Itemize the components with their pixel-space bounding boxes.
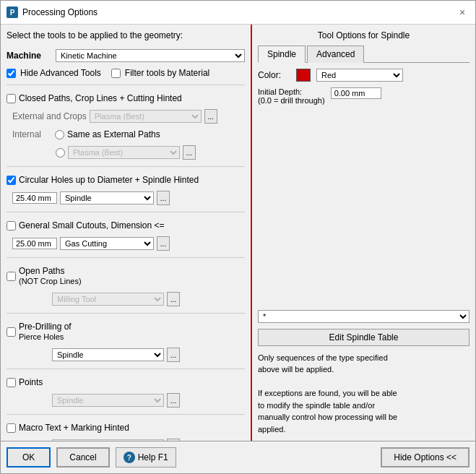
macro-text-checkbox[interactable] xyxy=(7,423,16,433)
pre-drilling-section: Pre-Drilling ofPierce Holes xyxy=(7,322,245,342)
machine-row: Machine Kinetic Machine xyxy=(7,49,245,62)
circular-holes-label: Circular Holes up to Diameter + Spindle … xyxy=(19,175,199,185)
external-crops-row: External and Crops Plasma (Best) ... xyxy=(12,109,245,124)
divider7 xyxy=(7,414,245,415)
divider2 xyxy=(7,166,245,167)
external-label: External and Crops xyxy=(12,111,87,121)
circular-size-input[interactable] xyxy=(12,192,57,204)
macro-text-section: Macro Text + Marking Hinted xyxy=(7,423,245,433)
right-panel-title: Tool Options for Spindle xyxy=(258,30,469,40)
pre-drilling-select[interactable]: Spindle xyxy=(52,348,164,361)
tab-advanced[interactable]: Advanced xyxy=(307,46,364,63)
general-small-row: Gas Cutting ... xyxy=(12,236,245,251)
pre-drilling-dots[interactable]: ... xyxy=(167,348,180,362)
internal-radio1[interactable] xyxy=(55,130,64,139)
open-paths-row: Milling Tool ... xyxy=(12,292,245,306)
points-section: Points xyxy=(7,377,245,387)
main-content: Select the tools to be applied to the ge… xyxy=(1,25,475,441)
left-panel: Select the tools to be applied to the ge… xyxy=(1,25,252,441)
macro-text-select[interactable]: Marking Nitrogen xyxy=(52,439,164,441)
points-row: Spindle ... xyxy=(12,393,245,408)
depth-input[interactable] xyxy=(331,87,381,99)
closed-paths-label: Closed Paths, Crop Lines + Cutting Hinte… xyxy=(19,93,182,103)
points-label: Points xyxy=(19,377,43,387)
internal-radio2-row: Plasma (Best) ... xyxy=(56,145,245,160)
circular-holes-section: Circular Holes up to Diameter + Spindle … xyxy=(7,175,245,185)
internal-dots[interactable]: ... xyxy=(183,145,196,160)
depth-row: Initial Depth: (0.0 = drill through) xyxy=(258,87,469,105)
general-small-section: General Small Cutouts, Dimension <= xyxy=(7,220,245,230)
external-crops-select[interactable]: Plasma (Best) xyxy=(90,110,202,123)
right-panel: Tool Options for Spindle Spindle Advance… xyxy=(252,25,475,441)
open-paths-select[interactable]: Milling Tool xyxy=(52,293,164,306)
internal-radio1-row: Internal Same as External Paths xyxy=(12,129,245,139)
depth-label: Initial Depth: (0.0 = drill through) xyxy=(258,87,325,105)
info-text: Only sequences of the type specified abo… xyxy=(258,352,469,436)
pre-drilling-row: Spindle ... xyxy=(12,348,245,362)
title-bar-left: P Processing Options xyxy=(7,7,98,18)
machine-select[interactable]: Kinetic Machine xyxy=(56,49,245,62)
sequence-row: * xyxy=(258,310,469,323)
color-swatch xyxy=(296,69,311,82)
divider4 xyxy=(7,257,245,258)
closed-paths-checkbox[interactable] xyxy=(7,94,16,103)
help-button[interactable]: ? Help F1 xyxy=(116,447,176,467)
closed-paths-section: Closed Paths, Crop Lines + Cutting Hinte… xyxy=(7,93,245,103)
pre-drilling-label: Pre-Drilling ofPierce Holes xyxy=(19,322,72,342)
open-paths-dots[interactable]: ... xyxy=(167,292,180,306)
circular-holes-checkbox[interactable] xyxy=(7,176,16,185)
hide-advanced-label: Hide Advanced Tools xyxy=(20,68,101,78)
help-label: Help F1 xyxy=(138,452,168,462)
points-select[interactable]: Spindle xyxy=(52,394,164,407)
external-crops-dots[interactable]: ... xyxy=(204,109,217,124)
circular-dots[interactable]: ... xyxy=(157,191,170,205)
hide-advanced-checkbox[interactable] xyxy=(7,69,16,78)
title-bar: P Processing Options × xyxy=(1,1,475,25)
circular-holes-row: Spindle ... xyxy=(12,191,245,205)
filter-material-label: Filter tools by Material xyxy=(125,68,209,78)
color-label: Color: xyxy=(258,70,290,80)
macro-text-label: Macro Text + Marking Hinted xyxy=(19,423,129,433)
general-dots[interactable]: ... xyxy=(157,236,170,251)
points-dots[interactable]: ... xyxy=(167,393,180,408)
open-paths-label: Open Paths(NOT Crop Lines) xyxy=(19,266,82,286)
sequence-select[interactable]: * xyxy=(258,310,469,323)
internal-radio2[interactable] xyxy=(56,148,65,158)
cancel-button[interactable]: Cancel xyxy=(56,447,109,467)
color-select[interactable]: Red xyxy=(316,69,403,82)
filter-material-checkbox[interactable] xyxy=(111,69,121,78)
hide-advanced-row: Hide Advanced Tools Filter tools by Mate… xyxy=(7,68,245,78)
window-title: Processing Options xyxy=(22,7,98,17)
general-small-checkbox[interactable] xyxy=(7,221,16,230)
tabs: Spindle Advanced xyxy=(258,45,469,63)
points-checkbox[interactable] xyxy=(7,378,16,387)
main-window: P Processing Options × Select the tools … xyxy=(0,0,476,474)
pre-drilling-checkbox[interactable] xyxy=(7,327,16,337)
internal-radio1-label: Same as External Paths xyxy=(67,129,160,139)
general-size-input[interactable] xyxy=(12,238,57,249)
divider3 xyxy=(7,212,245,212)
divider1 xyxy=(7,85,245,85)
tab-spindle[interactable]: Spindle xyxy=(258,46,306,63)
footer: OK Cancel ? Help F1 Hide Options << xyxy=(1,441,475,473)
ok-button[interactable]: OK xyxy=(7,447,51,467)
machine-label: Machine xyxy=(7,51,50,61)
help-icon: ? xyxy=(124,452,135,463)
general-tool-select[interactable]: Gas Cutting xyxy=(60,237,154,250)
divider6 xyxy=(7,369,245,369)
close-button[interactable]: × xyxy=(455,5,469,20)
divider5 xyxy=(7,313,245,314)
circular-tool-select[interactable]: Spindle xyxy=(60,191,154,204)
hide-options-button[interactable]: Hide Options << xyxy=(381,447,469,467)
open-paths-section: Open Paths(NOT Crop Lines) xyxy=(7,266,245,286)
color-row: Color: Red xyxy=(258,69,469,82)
internal-label: Internal xyxy=(12,129,52,139)
general-small-label: General Small Cutouts, Dimension <= xyxy=(19,220,164,230)
open-paths-checkbox[interactable] xyxy=(7,272,16,281)
instruction-text: Select the tools to be applied to the ge… xyxy=(7,30,245,40)
app-icon: P xyxy=(7,7,18,18)
internal-select[interactable]: Plasma (Best) xyxy=(68,146,180,159)
edit-spindle-table-button[interactable]: Edit Spindle Table xyxy=(258,329,469,346)
